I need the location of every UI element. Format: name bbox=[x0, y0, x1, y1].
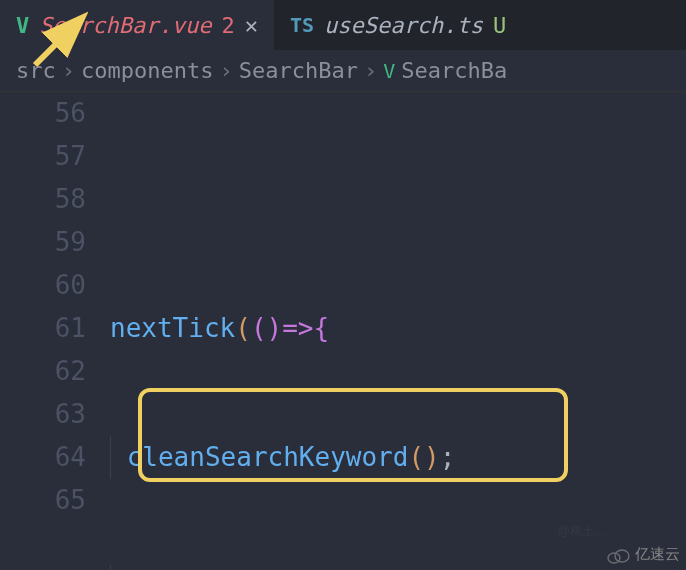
tab-bar: V SearchBar.vue 2 ✕ TS useSearch.ts U bbox=[0, 0, 686, 50]
line-number: 57 bbox=[0, 135, 86, 178]
breadcrumb-part[interactable]: SearchBar bbox=[239, 58, 358, 83]
line-number: 62 bbox=[0, 350, 86, 393]
breadcrumb-sep: › bbox=[219, 58, 232, 83]
line-number: 56 bbox=[0, 92, 86, 135]
cloud-icon bbox=[605, 546, 631, 564]
breadcrumb-part[interactable]: src bbox=[16, 58, 56, 83]
breadcrumb[interactable]: src › components › SearchBar › V SearchB… bbox=[0, 50, 686, 92]
line-number: 59 bbox=[0, 221, 86, 264]
breadcrumb-part[interactable]: SearchBa bbox=[401, 58, 507, 83]
code-line[interactable]: cleanSearchKeyword(); bbox=[110, 436, 686, 479]
tab-usesearch-ts[interactable]: TS useSearch.ts U bbox=[274, 0, 522, 50]
tab-filename: SearchBar.vue bbox=[39, 13, 211, 38]
close-icon[interactable]: ✕ bbox=[245, 13, 258, 38]
code-editor[interactable]: 56 57 58 59 60 61 62 63 64 65 nextTick((… bbox=[0, 92, 686, 570]
line-number: 64 bbox=[0, 436, 86, 479]
line-number: 60 bbox=[0, 264, 86, 307]
line-number: 63 bbox=[0, 393, 86, 436]
breadcrumb-sep: › bbox=[364, 58, 377, 83]
line-gutter: 56 57 58 59 60 61 62 63 64 65 bbox=[0, 92, 110, 570]
code-line[interactable] bbox=[110, 178, 686, 221]
faint-watermark: @稀土… bbox=[558, 523, 606, 540]
ts-icon: TS bbox=[290, 13, 314, 37]
tab-badge: 2 bbox=[221, 13, 234, 38]
watermark: 亿速云 bbox=[605, 545, 680, 564]
tab-status: U bbox=[493, 13, 506, 38]
code-line[interactable]: nextTick(() => { bbox=[110, 307, 686, 350]
line-number: 58 bbox=[0, 178, 86, 221]
line-number: 61 bbox=[0, 307, 86, 350]
line-number: 65 bbox=[0, 479, 86, 522]
svg-point-3 bbox=[615, 550, 629, 562]
code-line[interactable]: inputModal.value?.focus(); bbox=[110, 565, 686, 570]
breadcrumb-part[interactable]: components bbox=[81, 58, 213, 83]
vue-icon: V bbox=[16, 13, 29, 38]
code-content[interactable]: nextTick(() => { cleanSearchKeyword(); i… bbox=[110, 92, 686, 570]
watermark-text: 亿速云 bbox=[635, 545, 680, 564]
vue-icon: V bbox=[383, 59, 395, 83]
tab-searchbar-vue[interactable]: V SearchBar.vue 2 ✕ bbox=[0, 0, 274, 50]
tab-filename: useSearch.ts bbox=[324, 13, 483, 38]
breadcrumb-sep: › bbox=[62, 58, 75, 83]
